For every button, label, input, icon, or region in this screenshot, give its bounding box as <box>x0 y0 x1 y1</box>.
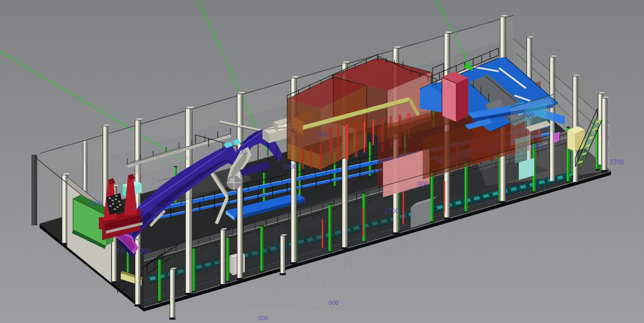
svg-text:000: 000 <box>258 315 268 321</box>
svg-text:.000: .000 <box>316 131 329 139</box>
svg-text:600: 600 <box>235 148 246 156</box>
svg-text:2500: 2500 <box>530 143 544 150</box>
svg-text:2700: 2700 <box>384 207 399 215</box>
svg-text:.000: .000 <box>416 180 429 188</box>
svg-text:600: 600 <box>523 111 534 119</box>
svg-text:2700: 2700 <box>609 158 624 166</box>
svg-text:600: 600 <box>91 200 102 207</box>
svg-text:000: 000 <box>139 247 150 255</box>
svg-text:2700: 2700 <box>283 163 296 170</box>
svg-text:1 6: 1 6 <box>116 248 124 254</box>
svg-text:000: 000 <box>328 299 338 306</box>
